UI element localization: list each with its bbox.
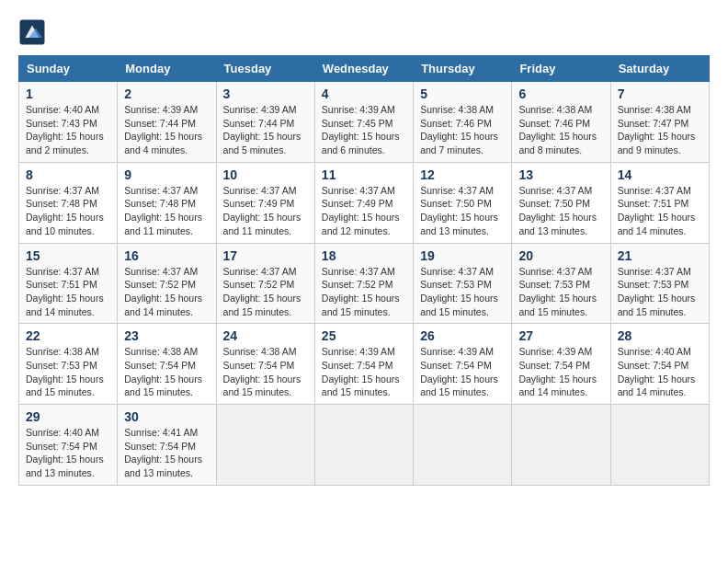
calendar-day-cell: 5Sunrise: 4:38 AMSunset: 7:46 PMDaylight…: [414, 82, 512, 163]
day-number: 21: [618, 248, 702, 263]
day-number: 2: [124, 86, 209, 101]
calendar-day-cell: 7Sunrise: 4:38 AMSunset: 7:47 PMDaylight…: [610, 82, 709, 163]
day-info: Sunrise: 4:40 AMSunset: 7:54 PMDaylight:…: [26, 426, 110, 480]
calendar-day-cell: 25Sunrise: 4:39 AMSunset: 7:54 PMDayligh…: [314, 324, 413, 405]
day-of-week-header: Thursday: [414, 56, 512, 82]
day-info: Sunrise: 4:38 AMSunset: 7:46 PMDaylight:…: [420, 103, 505, 157]
calendar-day-cell: 10Sunrise: 4:37 AMSunset: 7:49 PMDayligh…: [216, 162, 314, 243]
calendar-day-cell: [414, 405, 512, 486]
day-info: Sunrise: 4:37 AMSunset: 7:48 PMDaylight:…: [26, 184, 110, 238]
day-number: 10: [223, 167, 308, 182]
calendar-day-cell: [314, 405, 413, 486]
day-info: Sunrise: 4:39 AMSunset: 7:54 PMDaylight:…: [420, 345, 505, 399]
day-number: 8: [26, 167, 110, 182]
calendar-day-cell: 15Sunrise: 4:37 AMSunset: 7:51 PMDayligh…: [19, 243, 118, 324]
page-header: [18, 18, 710, 46]
day-number: 27: [518, 328, 603, 343]
day-number: 4: [322, 86, 406, 101]
calendar-day-cell: 20Sunrise: 4:37 AMSunset: 7:53 PMDayligh…: [512, 243, 610, 324]
day-info: Sunrise: 4:37 AMSunset: 7:52 PMDaylight:…: [124, 265, 209, 319]
calendar-week-row: 22Sunrise: 4:38 AMSunset: 7:53 PMDayligh…: [19, 324, 710, 405]
day-info: Sunrise: 4:39 AMSunset: 7:54 PMDaylight:…: [322, 345, 406, 399]
day-info: Sunrise: 4:37 AMSunset: 7:51 PMDaylight:…: [26, 265, 110, 319]
day-info: Sunrise: 4:37 AMSunset: 7:49 PMDaylight:…: [223, 184, 308, 238]
calendar-table: SundayMondayTuesdayWednesdayThursdayFrid…: [18, 55, 710, 486]
calendar-header-row: SundayMondayTuesdayWednesdayThursdayFrid…: [19, 56, 710, 82]
day-info: Sunrise: 4:37 AMSunset: 7:51 PMDaylight:…: [618, 184, 702, 238]
calendar-day-cell: [512, 405, 610, 486]
day-of-week-header: Friday: [512, 56, 610, 82]
calendar-week-row: 1Sunrise: 4:40 AMSunset: 7:43 PMDaylight…: [19, 82, 710, 163]
calendar-day-cell: 21Sunrise: 4:37 AMSunset: 7:53 PMDayligh…: [610, 243, 709, 324]
calendar-week-row: 15Sunrise: 4:37 AMSunset: 7:51 PMDayligh…: [19, 243, 710, 324]
calendar-day-cell: 29Sunrise: 4:40 AMSunset: 7:54 PMDayligh…: [19, 405, 118, 486]
calendar-day-cell: 26Sunrise: 4:39 AMSunset: 7:54 PMDayligh…: [414, 324, 512, 405]
calendar-day-cell: [216, 405, 314, 486]
day-info: Sunrise: 4:37 AMSunset: 7:53 PMDaylight:…: [618, 265, 702, 319]
day-number: 7: [618, 86, 702, 101]
calendar-body: 1Sunrise: 4:40 AMSunset: 7:43 PMDaylight…: [19, 82, 710, 486]
day-number: 9: [124, 167, 209, 182]
calendar-day-cell: 17Sunrise: 4:37 AMSunset: 7:52 PMDayligh…: [216, 243, 314, 324]
calendar-day-cell: 4Sunrise: 4:39 AMSunset: 7:45 PMDaylight…: [314, 82, 413, 163]
day-number: 14: [618, 167, 702, 182]
calendar-day-cell: 27Sunrise: 4:39 AMSunset: 7:54 PMDayligh…: [512, 324, 610, 405]
day-number: 20: [518, 248, 603, 263]
calendar-day-cell: 22Sunrise: 4:38 AMSunset: 7:53 PMDayligh…: [19, 324, 118, 405]
day-info: Sunrise: 4:37 AMSunset: 7:52 PMDaylight:…: [322, 265, 406, 319]
day-info: Sunrise: 4:37 AMSunset: 7:53 PMDaylight:…: [420, 265, 505, 319]
day-info: Sunrise: 4:38 AMSunset: 7:53 PMDaylight:…: [26, 345, 110, 399]
calendar-day-cell: 11Sunrise: 4:37 AMSunset: 7:49 PMDayligh…: [314, 162, 413, 243]
day-info: Sunrise: 4:37 AMSunset: 7:50 PMDaylight:…: [518, 184, 603, 238]
day-info: Sunrise: 4:38 AMSunset: 7:54 PMDaylight:…: [124, 345, 209, 399]
day-number: 17: [223, 248, 308, 263]
day-number: 22: [26, 328, 110, 343]
day-info: Sunrise: 4:38 AMSunset: 7:47 PMDaylight:…: [618, 103, 702, 157]
day-info: Sunrise: 4:37 AMSunset: 7:49 PMDaylight:…: [322, 184, 406, 238]
calendar-day-cell: 2Sunrise: 4:39 AMSunset: 7:44 PMDaylight…: [118, 82, 216, 163]
calendar-day-cell: [610, 405, 709, 486]
calendar-day-cell: 18Sunrise: 4:37 AMSunset: 7:52 PMDayligh…: [314, 243, 413, 324]
calendar-day-cell: 9Sunrise: 4:37 AMSunset: 7:48 PMDaylight…: [118, 162, 216, 243]
day-number: 1: [26, 86, 110, 101]
day-number: 11: [322, 167, 406, 182]
logo: [18, 18, 50, 46]
day-info: Sunrise: 4:40 AMSunset: 7:43 PMDaylight:…: [26, 103, 110, 157]
day-number: 24: [223, 328, 308, 343]
day-number: 26: [420, 328, 505, 343]
day-info: Sunrise: 4:39 AMSunset: 7:44 PMDaylight:…: [223, 103, 308, 157]
day-of-week-header: Monday: [118, 56, 216, 82]
day-of-week-header: Sunday: [19, 56, 118, 82]
day-number: 25: [322, 328, 406, 343]
day-of-week-header: Saturday: [610, 56, 709, 82]
day-info: Sunrise: 4:37 AMSunset: 7:53 PMDaylight:…: [518, 265, 603, 319]
day-number: 18: [322, 248, 406, 263]
calendar-day-cell: 19Sunrise: 4:37 AMSunset: 7:53 PMDayligh…: [414, 243, 512, 324]
day-info: Sunrise: 4:39 AMSunset: 7:44 PMDaylight:…: [124, 103, 209, 157]
day-number: 12: [420, 167, 505, 182]
calendar-day-cell: 24Sunrise: 4:38 AMSunset: 7:54 PMDayligh…: [216, 324, 314, 405]
day-info: Sunrise: 4:41 AMSunset: 7:54 PMDaylight:…: [124, 426, 209, 480]
calendar-week-row: 29Sunrise: 4:40 AMSunset: 7:54 PMDayligh…: [19, 405, 710, 486]
calendar-day-cell: 3Sunrise: 4:39 AMSunset: 7:44 PMDaylight…: [216, 82, 314, 163]
day-number: 16: [124, 248, 209, 263]
calendar-day-cell: 14Sunrise: 4:37 AMSunset: 7:51 PMDayligh…: [610, 162, 709, 243]
calendar-day-cell: 30Sunrise: 4:41 AMSunset: 7:54 PMDayligh…: [118, 405, 216, 486]
day-info: Sunrise: 4:39 AMSunset: 7:45 PMDaylight:…: [322, 103, 406, 157]
calendar-day-cell: 8Sunrise: 4:37 AMSunset: 7:48 PMDaylight…: [19, 162, 118, 243]
calendar-day-cell: 6Sunrise: 4:38 AMSunset: 7:46 PMDaylight…: [512, 82, 610, 163]
logo-icon: [18, 18, 46, 46]
day-number: 19: [420, 248, 505, 263]
day-number: 29: [26, 409, 110, 424]
day-info: Sunrise: 4:38 AMSunset: 7:46 PMDaylight:…: [518, 103, 603, 157]
day-number: 30: [124, 409, 209, 424]
calendar-day-cell: 23Sunrise: 4:38 AMSunset: 7:54 PMDayligh…: [118, 324, 216, 405]
day-of-week-header: Wednesday: [314, 56, 413, 82]
day-number: 3: [223, 86, 308, 101]
calendar-day-cell: 12Sunrise: 4:37 AMSunset: 7:50 PMDayligh…: [414, 162, 512, 243]
calendar-day-cell: 28Sunrise: 4:40 AMSunset: 7:54 PMDayligh…: [610, 324, 709, 405]
day-number: 28: [618, 328, 702, 343]
day-info: Sunrise: 4:38 AMSunset: 7:54 PMDaylight:…: [223, 345, 308, 399]
day-info: Sunrise: 4:37 AMSunset: 7:52 PMDaylight:…: [223, 265, 308, 319]
day-number: 13: [518, 167, 603, 182]
